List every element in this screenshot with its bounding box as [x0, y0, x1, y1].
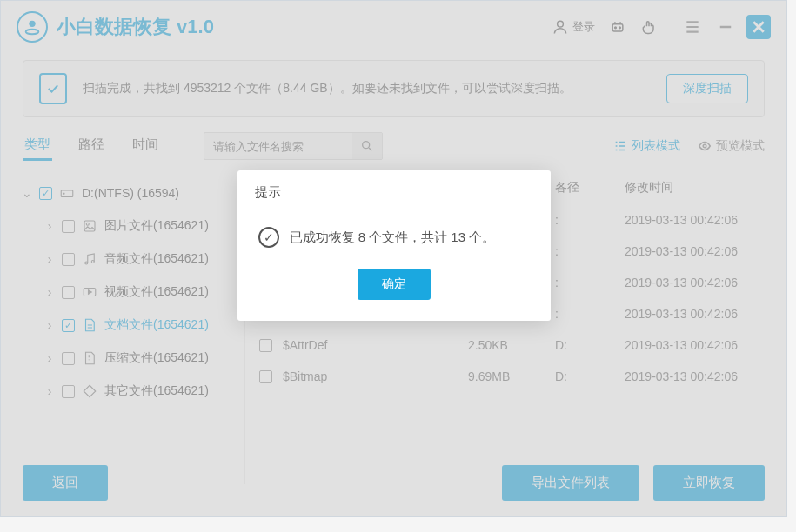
dialog-ok-button[interactable]: 确定: [358, 269, 431, 300]
dialog-message: 已成功恢复 8 个文件，共计 13 个。: [290, 229, 496, 246]
modal-overlay[interactable]: 提示 已成功恢复 8 个文件，共计 13 个。 确定: [1, 1, 786, 516]
success-check-icon: [258, 227, 279, 248]
app-window: 小白数据恢复 v1.0 登录 扫描完成，共找到 4953212 个文件（8.44…: [0, 0, 787, 517]
result-dialog: 提示 已成功恢复 8 个文件，共计 13 个。 确定: [237, 170, 551, 321]
dialog-title: 提示: [237, 170, 551, 211]
